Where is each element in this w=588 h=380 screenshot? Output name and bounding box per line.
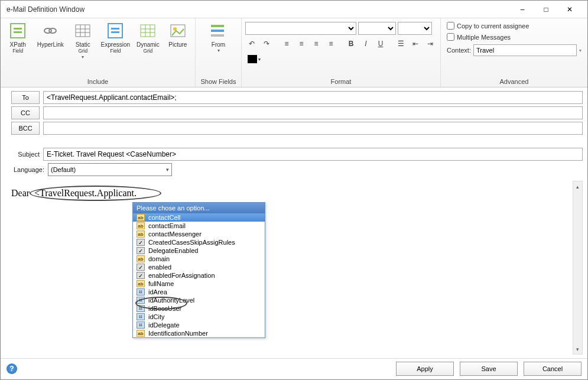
autocomplete-item[interactable]: abfullName [133,280,265,288]
maximize-button[interactable]: □ [534,1,558,18]
from-icon [209,21,228,40]
context-input[interactable] [473,44,577,56]
font-style-combo[interactable] [398,22,432,35]
font-family-combo[interactable] [245,22,356,35]
cancel-button[interactable]: Cancel [524,362,581,376]
autocomplete-header: Please chose an option... [133,203,265,213]
align-justify-button[interactable]: ≡ [324,37,337,50]
save-button[interactable]: Save [460,362,518,376]
minimize-button[interactable]: – [511,1,534,18]
autocomplete-item-label: idArea [148,288,167,295]
italic-button[interactable]: I [359,37,372,50]
redo-button[interactable]: ↷ [260,37,273,50]
align-center-button[interactable]: ≡ [295,37,308,50]
autocomplete-item-label: CreatedCasesSkipAssigRules [148,239,235,246]
autocomplete-item-label: contactCell [148,214,180,221]
sgrid-button[interactable]: StaticGrid▾ [69,20,96,60]
bold-button[interactable]: B [345,37,358,50]
autocomplete-item[interactable]: ⌗idBossUser [133,304,265,313]
autocomplete-item-label: idBossUser [148,305,181,312]
dropdown-arrow-icon: ▾ [217,48,220,53]
bcc-input[interactable] [43,122,583,135]
xpath-button[interactable]: XPathField [4,20,31,54]
help-icon[interactable]: ? [7,363,17,374]
autocomplete-item-label: enabled [148,264,171,271]
sgrid-icon [73,21,92,40]
autocomplete-item[interactable]: ⌗idCity [133,313,265,321]
to-input[interactable] [43,91,583,104]
undo-button[interactable]: ↶ [245,37,258,50]
svg-rect-10 [108,24,122,38]
pic-button[interactable]: Picture [164,20,191,48]
autocomplete-list[interactable]: abcontactCellabcontactEmailabcontactMess… [133,213,265,337]
autocomplete-item[interactable]: abcontactCell [133,213,265,222]
svg-rect-22 [211,34,224,37]
window-title: e-Mail Definition Window [7,5,511,14]
outdent-button[interactable]: ⇤ [409,37,422,50]
svg-rect-12 [111,31,119,33]
btn-label: Picture [168,41,187,48]
vertical-scrollbar[interactable]: ▴ ▾ [573,181,583,355]
autocomplete-item[interactable]: abcontactEmail [133,222,265,230]
copy-assignee-checkbox[interactable] [447,22,454,30]
btn-label: DynamicGrid [137,41,160,54]
language-combo[interactable]: (Default) ▾ [48,163,172,176]
svg-rect-1 [14,28,22,30]
from-button[interactable]: From ▾ [199,20,238,53]
autocomplete-item[interactable]: ⌗idArea [133,288,265,296]
subject-input[interactable] [43,148,583,161]
autocomplete-item[interactable]: ⌗idAuthorityLevel [133,296,265,304]
autocomplete-item[interactable]: ✓enabledForAssignation [133,271,265,280]
underline-button[interactable]: U [374,37,387,50]
cc-button[interactable]: CC [11,106,40,119]
align-left-button[interactable]: ≡ [280,37,293,50]
bcc-button[interactable]: BCC [11,122,40,135]
field-type-icon: ⌗ [137,288,145,295]
color-picker-button[interactable]: ▾ [245,53,263,66]
field-type-icon: ⌗ [137,313,145,320]
xpath-token-highlight: <TravelRequest.Applicant. [30,186,161,201]
expr-button[interactable]: ExpressionField [99,20,132,54]
autocomplete-item[interactable]: ✓enabled [133,263,265,271]
autocomplete-item-label: domain [148,255,170,262]
field-type-icon: ⌗ [137,297,145,304]
autocomplete-item[interactable]: abIdentificationNumber [133,329,265,337]
autocomplete-item[interactable]: abdomain [133,255,265,263]
svg-rect-5 [76,25,90,37]
autocomplete-item-label: idDelegate [148,321,180,329]
link-button[interactable]: HyperLink [34,20,67,48]
bullet-list-button[interactable]: ☰ [394,37,407,50]
email-body-editor[interactable]: Dear <TravelRequest.Applicant. Please ch… [11,186,583,351]
copy-assignee-label: Copy to current assignee [457,22,529,30]
align-right-button[interactable]: ≡ [310,37,323,50]
close-button[interactable]: ✕ [558,1,581,18]
apply-button[interactable]: Apply [396,362,454,376]
indent-button[interactable]: ⇥ [424,37,437,50]
group-include-label: Include [1,77,195,87]
to-button[interactable]: To [11,91,40,104]
autocomplete-item[interactable]: ✓CreatedCasesSkipAssigRules [133,238,265,246]
cc-input[interactable] [43,106,583,119]
dgrid-button[interactable]: DynamicGrid [134,20,161,54]
group-showfields-label: Show Fields [196,77,241,87]
multiple-messages-checkbox[interactable] [447,33,454,41]
autocomplete-popup: Please chose an option... abcontactCella… [132,202,265,338]
field-type-icon: ab [137,280,145,287]
scroll-up-arrow[interactable]: ▴ [573,181,582,191]
field-type-icon: ⌗ [137,305,145,312]
autocomplete-item[interactable]: ✓DelegateEnabled [133,246,265,255]
autocomplete-item-label: fullName [148,280,174,287]
autocomplete-item[interactable]: abcontactMessenger [133,230,265,238]
autocomplete-item-label: idAuthorityLevel [148,297,194,304]
svg-rect-11 [111,28,119,30]
dropdown-arrow-icon: ▾ [82,54,84,60]
btn-label: ExpressionField [101,41,130,54]
language-value: (Default) [51,166,76,173]
field-type-icon: ab [137,330,145,337]
autocomplete-item-label: enabledForAssignation [148,272,215,279]
ribbon: XPathFieldHyperLinkStaticGrid▾Expression… [1,18,587,87]
scroll-down-arrow[interactable]: ▾ [573,344,582,354]
link-icon [41,21,60,40]
autocomplete-item[interactable]: ⌗idDelegate [133,321,265,329]
font-size-combo[interactable] [358,22,396,35]
